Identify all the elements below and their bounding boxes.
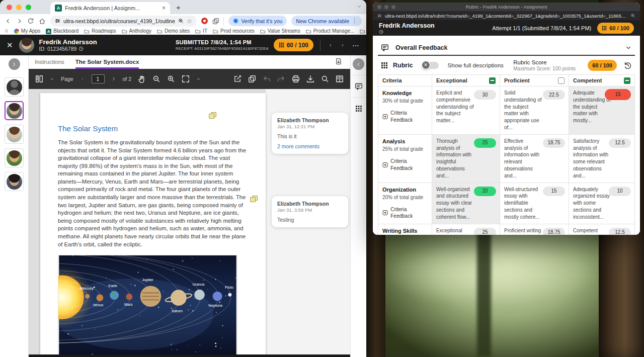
tab-instructions[interactable]: Instructions [35,59,64,69]
next-student-icon[interactable] [339,42,346,49]
rubric-level-cell[interactable]: Well-organized and structured essay with… [432,183,500,224]
document-canvas[interactable]: The Solar System The Solar System is the… [29,89,350,357]
redo-icon[interactable] [277,75,285,83]
rubric-level-cell[interactable]: Solid understanding of the subject matte… [500,86,569,134]
rubric-level-cell[interactable]: Well-structured essay with identifiable … [500,183,569,224]
browser-tab[interactable]: A Fredrik Andersson | Assignm... × [50,2,170,14]
previous-page-icon[interactable] [80,76,85,81]
window-title-bar[interactable]: Rubric - Fredrik Andersson - Assignment [373,3,640,11]
address-bar[interactable]: ultra-next.bbpd.io/ultra/courses/_4199_1… [50,16,197,27]
home-icon[interactable] [39,18,46,25]
annotation-note-icon[interactable] [250,196,258,203]
close-tab-icon[interactable]: × [162,5,166,12]
chrome-update-chip[interactable]: New Chrome available ⋮ [291,16,362,26]
traffic-lights-inactive[interactable] [377,5,395,9]
tab-document[interactable]: The Solar System.docx [75,59,139,69]
bookmark-blackboard[interactable]: ABlackboard [46,28,78,35]
zoom-window-button[interactable] [391,5,395,9]
bookmark-my-apps[interactable]: My Apps [14,28,40,35]
chevron-down-icon[interactable] [196,77,201,81]
expand-rail-button[interactable] [9,58,20,70]
zoom-window-button[interactable] [26,5,31,10]
next-page-icon[interactable] [111,76,116,81]
student-avatar-1[interactable] [5,77,24,97]
traffic-lights[interactable] [7,5,31,10]
thumbnails-icon[interactable] [35,75,43,83]
column-checkbox[interactable] [624,77,630,84]
collapse-panel-button[interactable] [353,58,364,70]
bookmark-star-icon[interactable]: ☆ [187,18,192,25]
site-settings-icon[interactable] [377,14,382,18]
previous-student-icon[interactable] [327,42,334,49]
annotate-icon[interactable] [233,75,242,83]
search-icon[interactable] [321,75,329,83]
close-window-button[interactable] [377,5,381,9]
column-checkbox[interactable] [489,77,496,84]
chevron-down-icon[interactable] [357,4,362,9]
chevron-down-icon[interactable] [625,44,632,51]
comment-card[interactable]: Elizabeth ThompsonJan 31, 3:59 PMTesting [272,196,348,227]
student-avatar-4[interactable] [5,148,24,167]
minimize-window-button[interactable] [384,5,388,9]
rubric-level-cell[interactable]: Adequate understanding of the subject ma… [569,86,634,134]
bookmark-anthology[interactable]: Anthology [122,28,151,35]
rubric-level-cell[interactable]: Exceptional writing skills with high-lev… [432,224,500,235]
side-panel-icon[interactable] [212,18,219,25]
bookmark-prod-resources[interactable]: Prod resources [213,28,255,35]
bookmark-roadmaps[interactable]: Roadmaps [84,28,116,35]
pan-hand-icon[interactable] [138,75,146,83]
student-avatar-2[interactable] [5,101,24,120]
print-icon[interactable] [292,75,300,83]
close-window-button[interactable] [7,5,12,10]
zoom-in-icon[interactable] [167,75,175,83]
criteria-feedback-button[interactable]: Criteria Feedback [382,110,428,124]
forward-icon[interactable] [16,18,23,25]
rubric-level-cell[interactable]: Adequately organized essay with some sec… [569,183,634,224]
rubric-level-cell[interactable]: Thorough analysis of information with in… [432,134,500,183]
rubric-level-cell[interactable]: Satisfactory analysis of information wit… [569,134,634,183]
zoom-page-icon[interactable] [630,13,635,18]
chevron-down-icon[interactable] [50,77,54,81]
grade-pill[interactable]: 60 / 100 [274,39,313,51]
more-options-icon[interactable]: ⋯ [351,41,360,49]
overall-feedback-section[interactable]: Overall Feedback [378,40,635,56]
zoom-out-icon[interactable] [152,75,160,83]
criteria-feedback-button[interactable]: Criteria Feedback [382,158,428,172]
undo-icon[interactable] [263,75,271,83]
feedback-tool-button[interactable] [351,75,366,97]
rubric-tool-button[interactable] [351,97,366,119]
student-avatar-5[interactable] [5,172,24,191]
more-vert-icon[interactable]: ⋮ [352,18,357,24]
download-icon[interactable] [306,75,314,83]
page-number-input[interactable]: 1 [92,74,105,83]
comments-icon[interactable] [248,75,256,83]
reload-icon[interactable] [27,18,34,25]
bookmark-ado[interactable]: ADO [360,28,366,35]
more-comments-link[interactable]: 2 more comments [277,143,343,149]
page-layout-icon[interactable] [336,75,344,83]
grade-pill[interactable]: 60 / 100 [597,23,634,34]
site-settings-icon[interactable] [55,18,60,24]
rubric-level-cell[interactable]: Competent writing skills with basic gram… [569,224,634,235]
fit-page-icon[interactable] [182,75,190,83]
student-avatar-3[interactable] [5,125,24,144]
comment-card[interactable]: Elizabeth ThompsonJan 31, 12:21 PMThis i… [272,113,348,154]
grade-history-icon[interactable] [624,61,632,69]
download-document-icon[interactable] [335,58,342,65]
apps-grid-icon[interactable]: ⠿ [5,30,9,33]
zoom-page-icon[interactable] [178,18,184,24]
criteria-feedback-button[interactable]: Criteria Feedback [382,206,428,220]
minimize-window-button[interactable] [16,5,22,10]
rubric-level-cell[interactable]: Effective analysis of information with r… [500,134,569,183]
back-icon[interactable] [5,18,12,25]
bookmark-demo-sites[interactable]: Demo sites [157,28,190,35]
show-descriptions-toggle[interactable]: ✕ [422,62,439,69]
bookmark-value-streams[interactable]: Value Streams [260,28,300,35]
verify-identity-chip[interactable]: Verify that it's you [228,16,287,26]
rubric-level-cell[interactable]: Explicit and comprehensive understanding… [432,86,500,134]
bookmark-product-manage[interactable]: Product Manage... [306,28,355,35]
column-checkbox[interactable] [558,77,565,84]
close-panel-icon[interactable]: ✕ [7,41,13,50]
extension-icon[interactable] [201,18,208,24]
bookmark-it[interactable]: IT [195,28,207,35]
